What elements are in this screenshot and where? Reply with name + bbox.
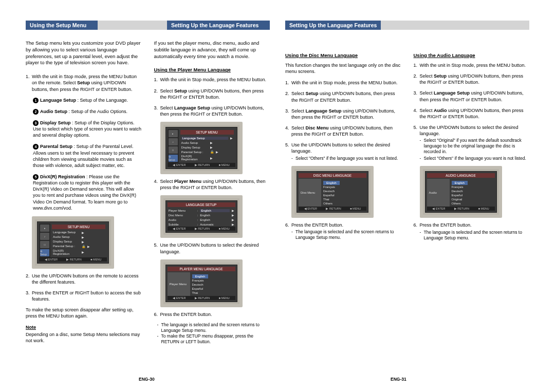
header-bar-left: Using the Setup Menu Setting Up the Lang… xyxy=(26,21,270,30)
osd-language-setup: LANGUAGE SETUP Player Menu:English▶ Disc… xyxy=(160,195,243,238)
au-step-6-note: The language is selected and the screen … xyxy=(420,230,530,241)
step-1: With the unit in Stop mode, press the ME… xyxy=(26,73,142,92)
osd-row: Display Setup▶ xyxy=(52,239,105,244)
dm-step-1: With the unit in Stop mode, press the ME… xyxy=(285,80,401,86)
subhead-player-menu: Using the Player Menu Language xyxy=(154,67,270,72)
closing-note: To make the setup screen disappear after… xyxy=(26,307,142,319)
dm-step-5-note: Select "Others" if the language you want… xyxy=(291,156,401,161)
pm-note-1: The language is selected and the screen … xyxy=(154,322,270,333)
subhead-disc-menu: Using the Disc Menu Language xyxy=(285,52,401,58)
page-right: Setting Up the Language Features Using t… xyxy=(285,21,529,377)
au-step-2: Select Setup using UP/DOWN buttons, then… xyxy=(414,73,530,85)
osd-icon-3: □ xyxy=(40,241,49,248)
pm-note-2: To make the SETUP menu disappear, press … xyxy=(154,333,270,345)
au-step-1: With the unit in Stop mode, press the ME… xyxy=(414,62,530,68)
pm-step-2: Select Setup using UP/DOWN buttons, then… xyxy=(154,88,270,100)
osd-icon-1: ▸ xyxy=(40,225,49,232)
opt-audio-setup: 2Audio Setup : Setup of the Audio Option… xyxy=(26,108,142,115)
osd-row: Language Setup▶ xyxy=(52,230,105,235)
au-step-5: Use the UP/DOWN buttons to select the de… xyxy=(414,124,530,161)
osd-row: DivX(R) Registration▶ xyxy=(52,249,105,256)
osd-title: SETUP MENU xyxy=(52,225,105,229)
disc-intro: This function changes the text language … xyxy=(285,62,401,74)
osd-row: Audio Setup▶ xyxy=(52,235,105,239)
manual-spread: Using the Setup Menu Setting Up the Lang… xyxy=(26,21,529,377)
osd-player-menu-lang: PLAYER MENU LANGUAGE Player Menu English… xyxy=(160,259,243,307)
page-number-right: ENG-31 xyxy=(391,377,406,382)
au-step-5-note-1: Select "Original" if you want the defaul… xyxy=(420,138,530,155)
dm-step-5: Use the UP/DOWN buttons to select the de… xyxy=(285,142,401,161)
opt-parental-setup: 4Parental Setup : Setup of the Parental … xyxy=(26,143,142,169)
au-step-5-note-2: Select "Others" if the language you want… xyxy=(420,156,530,161)
osd-icon-2: ♪ xyxy=(40,233,49,240)
header-setup-menu: Using the Setup Menu xyxy=(26,21,98,30)
pm-step-3: Select Language Setup using UP/DOWN butt… xyxy=(154,105,270,117)
pm-step-5: Use the UP/DOWN buttons to select the de… xyxy=(154,242,270,254)
pm-step-1: With the unit in Stop mode, press the ME… xyxy=(154,77,270,83)
opt-language-setup: 1Language Setup : Setup of the Language. xyxy=(26,97,142,103)
lang-intro: If you set the player menu, disc menu, a… xyxy=(154,40,270,60)
page-left: Using the Setup Menu Setting Up the Lang… xyxy=(26,21,270,377)
page-number-left: ENG-30 xyxy=(139,377,155,382)
step-3: Press the ENTER or RIGHT button to acces… xyxy=(26,290,142,302)
header-bar-right: Setting Up the Language Features xyxy=(285,21,529,30)
header-spacer xyxy=(98,21,167,30)
subhead-audio: Using the Audio Language xyxy=(414,52,530,58)
osd-row: Parental Setup :🔒▶ xyxy=(52,244,105,249)
au-step-6: Press the ENTER button. The language is … xyxy=(414,222,530,240)
note-body: Depending on a disc, some Setup Menu sel… xyxy=(26,331,142,344)
dm-step-4: Select Disc Menu using UP/DOWN buttons, … xyxy=(285,125,401,137)
left-col-1: Using the Setup Menu Setting Up the Lang… xyxy=(26,21,270,377)
header-lang-features-2: Setting Up the Language Features xyxy=(285,21,381,30)
pm-step-4: Select Player Menu using UP/DOWN buttons… xyxy=(154,178,270,191)
lock-icon: 🔒 xyxy=(82,245,85,248)
au-step-3: Select Language Setup using UP/DOWN butt… xyxy=(414,90,530,102)
step-2: Use the UP/DOWN buttons on the remote to… xyxy=(26,273,142,285)
osd-icon-setup: ⚙ Setup xyxy=(40,249,49,256)
osd-footer: ◀ ENTER▶ RETURN■ MENU xyxy=(39,257,107,262)
dm-step-6-note: The language is selected and the screen … xyxy=(291,229,401,240)
opt-divx-registration: 5DivX(R) Registration : Please use the R… xyxy=(26,174,142,211)
osd-disc-menu-lang: DISC MENU LANGUAGE Disc Menu English Fra… xyxy=(291,166,374,218)
osd-lang-setup-sidebar: ▸ ♪ □ ⚙ Setup SETUP MENU Language Setup▶… xyxy=(160,122,243,174)
osd-audio-lang: AUDIO LANGUAGE Audio English Français De… xyxy=(420,166,502,218)
header-lang-features-1: Setting Up the Language Features xyxy=(167,21,270,30)
osd-setup-menu: ▸ ♪ □ ⚙ Setup SETUP MENU Language Setup▶… xyxy=(32,216,114,269)
dm-step-6: Press the ENTER button. The language is … xyxy=(285,222,401,240)
dm-step-2: Select Setup using UP/DOWN buttons, then… xyxy=(285,90,401,103)
dm-step-3: Select Language Setup using UP/DOWN butt… xyxy=(285,108,401,120)
opt-display-setup: 3Display Setup : Setup of the Display Op… xyxy=(26,120,142,138)
pm-step-6: Press the ENTER button. xyxy=(154,311,270,318)
note-label: Note xyxy=(26,325,142,330)
au-step-4: Select Audio using UP/DOWN buttons, then… xyxy=(414,107,530,120)
setup-intro: The Setup menu lets you customize your D… xyxy=(26,40,142,66)
